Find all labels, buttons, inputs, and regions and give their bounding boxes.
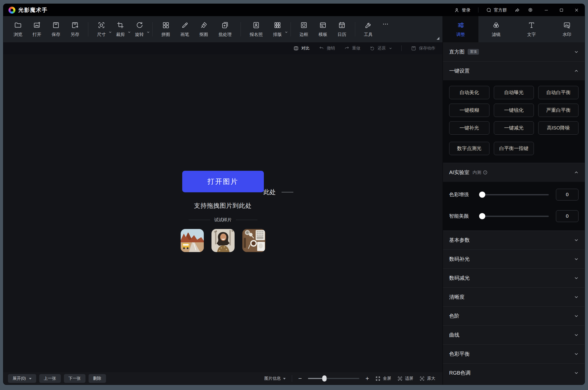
image-info-button[interactable]: 图片信息 bbox=[264, 376, 286, 381]
severe-white-balance-button[interactable]: 严重白平衡 bbox=[538, 104, 579, 117]
open-image-button[interactable]: 打开图片 bbox=[182, 171, 264, 192]
browse-button[interactable]: 浏览 bbox=[8, 21, 27, 37]
id-photo-button[interactable]: 报名照 bbox=[244, 21, 268, 37]
section-levels[interactable]: 色阶 bbox=[443, 306, 585, 325]
border-button[interactable]: 边框 bbox=[294, 21, 313, 37]
delete-image-button[interactable]: 删除 bbox=[89, 374, 106, 383]
tab-adjust[interactable]: 调整 bbox=[443, 16, 478, 42]
settings-button[interactable] bbox=[528, 7, 533, 13]
actionbar-divider bbox=[401, 45, 402, 51]
fullscreen-button[interactable]: 全屏 bbox=[375, 376, 391, 381]
tools-button[interactable]: 工具 bbox=[359, 21, 378, 37]
image-canvas: 打开图片 支持拖拽图片到此处 试试样片 bbox=[3, 54, 442, 372]
auto-beautify-button[interactable]: 自动美化 bbox=[449, 86, 489, 99]
cutout-button[interactable]: 抠图 bbox=[194, 21, 213, 37]
previous-image-button[interactable]: 上一张 bbox=[39, 374, 61, 383]
minimize-button[interactable] bbox=[544, 8, 549, 13]
section-ai-lab[interactable]: AI实验室 内测 ? bbox=[443, 163, 585, 182]
smart-beauty-value[interactable]: 0 bbox=[556, 210, 579, 222]
section-basic-params[interactable]: 基本参数 bbox=[443, 231, 585, 249]
zoom-out-button[interactable]: − bbox=[298, 375, 302, 382]
app-title: 光影魔术手 bbox=[18, 6, 48, 14]
crop-button[interactable]: 裁剪 bbox=[111, 21, 130, 37]
bottom-bar: 展开(0) 上一张 下一张 删除 图片信息 − bbox=[3, 372, 442, 385]
caret-down-icon bbox=[283, 378, 286, 381]
restore-label: 还原 bbox=[378, 46, 386, 51]
login-button[interactable]: 登录 bbox=[454, 7, 470, 13]
fit-screen-button[interactable]: 适屏 bbox=[397, 376, 413, 381]
smart-beauty-slider[interactable] bbox=[481, 216, 549, 217]
digital-dim-light-label: 数码减光 bbox=[449, 275, 470, 282]
color-enhance-slider[interactable] bbox=[481, 194, 549, 195]
batch-button[interactable]: 批处理 bbox=[213, 21, 237, 37]
section-one-click-settings[interactable]: 一键设置 bbox=[443, 61, 585, 80]
redo-button[interactable]: 重做 bbox=[344, 46, 360, 51]
sample-desk-flatlay-image[interactable] bbox=[242, 229, 265, 252]
template-button[interactable]: 模板 bbox=[313, 21, 332, 37]
share-button[interactable] bbox=[515, 7, 520, 13]
expand-filmstrip-button[interactable]: 展开(0) bbox=[8, 374, 36, 383]
more-tools-button[interactable] bbox=[378, 20, 393, 28]
tab-watermark[interactable]: 水印 bbox=[549, 16, 585, 42]
collage-icon bbox=[162, 21, 170, 29]
next-image-button[interactable]: 下一张 bbox=[64, 374, 85, 383]
user-icon bbox=[454, 7, 459, 13]
open-button[interactable]: 打开 bbox=[27, 21, 46, 37]
toolbar-divider bbox=[355, 22, 355, 36]
high-iso-denoise-button[interactable]: 高ISO降噪 bbox=[538, 121, 579, 135]
rotate-button[interactable]: 旋转 bbox=[130, 21, 149, 37]
restore-button[interactable]: 还原 bbox=[370, 46, 392, 51]
section-clarity[interactable]: 清晰度 bbox=[443, 287, 585, 306]
section-color-balance[interactable]: 色彩平衡 bbox=[443, 344, 585, 363]
tab-filter[interactable]: 滤镜 bbox=[478, 16, 514, 42]
help-icon[interactable]: ? bbox=[483, 170, 487, 175]
sample-desert-road-image[interactable] bbox=[181, 229, 204, 252]
main-toolbar: 浏览 打开 保存 另存 尺寸 bbox=[3, 16, 442, 42]
open-image-icon bbox=[33, 21, 41, 29]
one-key-sharpen-button[interactable]: 一键锐化 bbox=[494, 104, 534, 117]
tools-label: 工具 bbox=[364, 32, 373, 37]
fullscreen-label: 全屏 bbox=[383, 376, 391, 381]
actual-size-button[interactable]: 原大 bbox=[419, 376, 435, 381]
zoom-slider[interactable] bbox=[308, 378, 359, 379]
layout-button[interactable]: 排版 bbox=[268, 21, 287, 37]
auto-exposure-button[interactable]: 自动曝光 bbox=[494, 86, 534, 99]
rotate-icon bbox=[136, 21, 143, 29]
slider-handle[interactable] bbox=[479, 213, 485, 219]
toolbar-collapse-handle[interactable] bbox=[437, 37, 439, 40]
one-key-blur-button[interactable]: 一键模糊 bbox=[449, 104, 489, 117]
one-key-fill-light-button[interactable]: 一键补光 bbox=[449, 121, 489, 135]
sample-portrait-image[interactable] bbox=[211, 229, 235, 252]
one-key-dim-light-button[interactable]: 一键减光 bbox=[494, 121, 534, 135]
collage-button[interactable]: 拼图 bbox=[156, 21, 175, 37]
slider-handle[interactable] bbox=[479, 192, 485, 198]
resize-button[interactable]: 尺寸 bbox=[92, 21, 111, 37]
undo-button[interactable]: 撤销 bbox=[319, 46, 335, 51]
maximize-button[interactable] bbox=[559, 8, 564, 13]
compare-button[interactable]: 对比 bbox=[293, 46, 310, 51]
gear-icon bbox=[528, 7, 533, 13]
resize-label: 尺寸 bbox=[97, 32, 106, 37]
close-button[interactable] bbox=[574, 8, 579, 13]
id-photo-label: 报名照 bbox=[250, 32, 263, 37]
calendar-button[interactable]: 12 日历 bbox=[332, 21, 351, 37]
auto-white-balance-button[interactable]: 自动白平衡 bbox=[538, 86, 579, 99]
official-group-button[interactable]: 官方群 bbox=[486, 7, 507, 13]
app-logo-icon bbox=[8, 7, 15, 14]
save-action-button[interactable]: 保存动作 bbox=[411, 46, 435, 51]
color-enhance-value[interactable]: 0 bbox=[556, 189, 579, 201]
zoom-slider-handle[interactable] bbox=[322, 375, 326, 382]
section-digital-fill-light[interactable]: 数码补光 bbox=[443, 249, 585, 268]
tab-text-label: 文字 bbox=[527, 32, 536, 37]
section-histogram[interactable]: 直方图 置顶 bbox=[443, 42, 585, 61]
save-as-button[interactable]: 另存 bbox=[65, 21, 84, 37]
brush-button[interactable]: 画笔 bbox=[175, 21, 194, 37]
section-rgb-tone[interactable]: RGB色调 bbox=[443, 363, 585, 382]
digital-spot-metering-button[interactable]: 数字点测光 bbox=[449, 142, 489, 155]
section-digital-dim-light[interactable]: 数码减光 bbox=[443, 268, 585, 287]
section-curves[interactable]: 曲线 bbox=[443, 325, 585, 344]
white-balance-one-key-button[interactable]: 白平衡一指键 bbox=[494, 142, 534, 155]
zoom-in-button[interactable]: + bbox=[365, 375, 369, 382]
tab-text[interactable]: 文字 bbox=[514, 16, 549, 42]
save-button[interactable]: 保存 bbox=[46, 21, 65, 37]
